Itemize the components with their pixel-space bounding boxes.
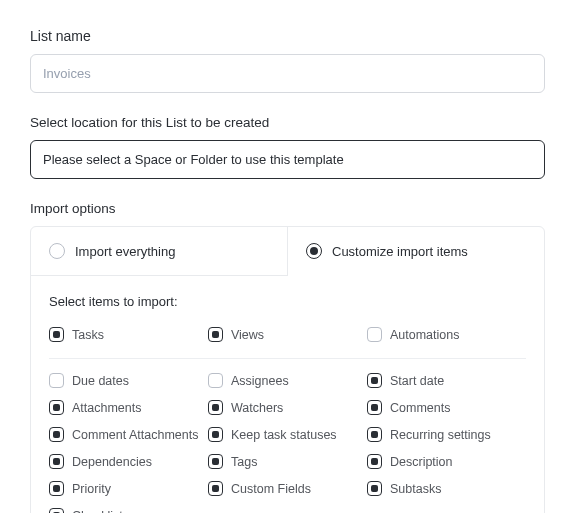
check-top-tasks[interactable]: Tasks: [49, 327, 208, 342]
radio-customize-import[interactable]: Customize import items: [288, 227, 544, 276]
check-watchers[interactable]: Watchers: [208, 400, 367, 415]
check-top-automations[interactable]: Automations: [367, 327, 526, 342]
check-top-views[interactable]: Views: [208, 327, 367, 342]
list-name-input[interactable]: [30, 54, 545, 93]
radio-import-everything[interactable]: Import everything: [31, 227, 288, 276]
checkbox-icon: [367, 327, 382, 342]
checkbox-label: Recurring settings: [390, 428, 491, 442]
check-assignees[interactable]: Assignees: [208, 373, 367, 388]
checkbox-icon: [49, 327, 64, 342]
checkbox-icon: [367, 373, 382, 388]
checkbox-label: Priority: [72, 482, 111, 496]
checkbox-icon: [367, 454, 382, 469]
check-start-date[interactable]: Start date: [367, 373, 526, 388]
import-options-panel: Import everything Customize import items…: [30, 226, 545, 513]
checkbox-label: Due dates: [72, 374, 129, 388]
list-name-label: List name: [30, 28, 545, 44]
checkbox-icon: [208, 400, 223, 415]
radio-label: Customize import items: [332, 244, 468, 259]
checkbox-label: Assignees: [231, 374, 289, 388]
divider: [49, 358, 526, 359]
checkbox-label: Description: [390, 455, 453, 469]
checkbox-icon: [49, 400, 64, 415]
checkbox-label: Watchers: [231, 401, 283, 415]
checkbox-icon: [208, 327, 223, 342]
import-grid: Due datesAssigneesStart dateAttachmentsW…: [49, 373, 526, 513]
check-description[interactable]: Description: [367, 454, 526, 469]
checkbox-icon: [367, 400, 382, 415]
checkbox-label: Comments: [390, 401, 450, 415]
check-keep-task-statuses[interactable]: Keep task statuses: [208, 427, 367, 442]
checkbox-icon: [208, 454, 223, 469]
import-panel-body: Select items to import: TasksViewsAutoma…: [31, 276, 544, 513]
check-comments[interactable]: Comments: [367, 400, 526, 415]
checkbox-label: Dependencies: [72, 455, 152, 469]
checkbox-icon: [49, 508, 64, 513]
check-tags[interactable]: Tags: [208, 454, 367, 469]
checkbox-icon: [49, 373, 64, 388]
checkbox-label: Tags: [231, 455, 257, 469]
checkbox-label: Attachments: [72, 401, 141, 415]
import-options-label: Import options: [30, 201, 545, 216]
checkbox-icon: [208, 427, 223, 442]
check-dependencies[interactable]: Dependencies: [49, 454, 208, 469]
checkbox-icon: [49, 454, 64, 469]
checkbox-icon: [367, 481, 382, 496]
checkbox-label: Keep task statuses: [231, 428, 337, 442]
checkbox-label: Custom Fields: [231, 482, 311, 496]
check-subtasks[interactable]: Subtasks: [367, 481, 526, 496]
checkbox-label: Subtasks: [390, 482, 441, 496]
location-label: Select location for this List to be crea…: [30, 115, 545, 130]
checkbox-icon: [208, 481, 223, 496]
import-top-row: TasksViewsAutomations: [49, 327, 526, 342]
check-custom-fields[interactable]: Custom Fields: [208, 481, 367, 496]
checkbox-label: Comment Attachments: [72, 428, 198, 442]
radio-icon: [306, 243, 322, 259]
import-radio-tabs: Import everything Customize import items: [31, 227, 544, 276]
location-input[interactable]: [30, 140, 545, 179]
check-priority[interactable]: Priority: [49, 481, 208, 496]
checkbox-label: Checklists: [72, 509, 129, 514]
checkbox-label: Tasks: [72, 328, 104, 342]
checkbox-icon: [367, 427, 382, 442]
check-attachments[interactable]: Attachments: [49, 400, 208, 415]
checkbox-icon: [49, 481, 64, 496]
checkbox-label: Automations: [390, 328, 459, 342]
check-comment-attachments[interactable]: Comment Attachments: [49, 427, 208, 442]
checkbox-icon: [49, 427, 64, 442]
radio-icon: [49, 243, 65, 259]
radio-label: Import everything: [75, 244, 175, 259]
check-recurring-settings[interactable]: Recurring settings: [367, 427, 526, 442]
check-checklists[interactable]: Checklists: [49, 508, 208, 513]
checkbox-icon: [208, 373, 223, 388]
checkbox-label: Start date: [390, 374, 444, 388]
check-due-dates[interactable]: Due dates: [49, 373, 208, 388]
import-subtitle: Select items to import:: [49, 294, 526, 309]
checkbox-label: Views: [231, 328, 264, 342]
